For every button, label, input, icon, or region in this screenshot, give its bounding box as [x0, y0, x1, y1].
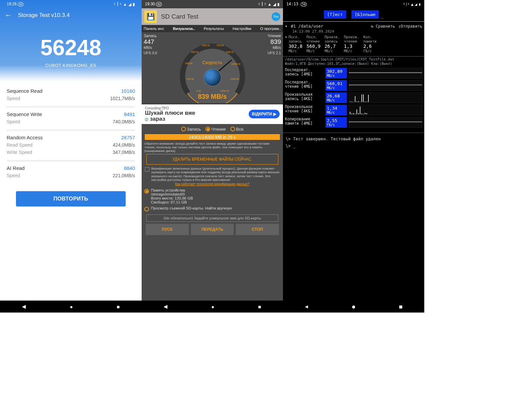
- ad-banner[interactable]: Consulting ПРО Шукай плюси вже ⓘ зараз В…: [142, 104, 283, 124]
- vibrate-icon: ⸉❘⸊: [114, 2, 122, 7]
- signal-icon: ◢: [128, 2, 131, 7]
- status-bar: 19:30 82 ⸉❘⸊ ▲ ◢ ▮: [142, 0, 283, 8]
- top-tabs: [Т]ест [Б]ольше _: [283, 8, 424, 22]
- repeat-button[interactable]: ПОВТОРИТЬ: [16, 191, 126, 206]
- transfer-button[interactable]: ПЕРЕДАТЬ: [191, 224, 234, 235]
- test-row-seq-read: Последоват.чтение [4МБ] 560,91МБ/с: [285, 80, 422, 91]
- chevron-down-icon[interactable]: ▾: [285, 24, 288, 29]
- storage-external[interactable]: Просмотр съемной SD-карты. Найти вручную: [144, 205, 280, 212]
- cache-note: Обратите внимание: всегда делайте тест з…: [144, 142, 280, 153]
- gauge-area: Запись 447 MB/s UFS 3.0 Чтение 839 MB/s …: [142, 32, 283, 103]
- tab-more[interactable]: [Б]ольше: [351, 10, 379, 19]
- tab-about[interactable]: О програм..: [260, 27, 281, 31]
- tab-settings[interactable]: Настройки: [233, 27, 251, 31]
- signal-icon: ◢: [415, 2, 417, 7]
- antutu-storage-pane: 19:26 82 ⸉❘⸊ ▲ ◢ ▮ ← Storage Test v10.3.…: [0, 0, 142, 313]
- delete-temp-button[interactable]: УДАЛИТЬ ВРЕМЕННЫЕ ФАЙЛЫ СЕЙЧАС.: [146, 154, 278, 165]
- nav-back-icon[interactable]: ◀: [305, 304, 308, 310]
- status-bar: 19:26 82 ⸉❘⸊ ▲ ◢ ▮: [3, 0, 138, 8]
- run-id: #1 /data/user: [291, 24, 324, 29]
- section-ai-read: AI Read8840 Speed221,0MB/s: [7, 162, 135, 183]
- terminal-output: \> Тест завершен. Тестовый файл удален \…: [283, 133, 424, 313]
- storage-internal[interactable]: Память устройства /storage/emulated/0 Вс…: [144, 187, 280, 205]
- nav-home-icon[interactable]: ●: [352, 304, 355, 310]
- status-bar: 14:13 50 ⸉❘⸊ ▲ ◢ ▮: [283, 0, 424, 8]
- tab-bar: Панель инс Визуализа.. Результаты Настро…: [142, 25, 283, 32]
- test-row-rand-read: Произвольноечтение [4КБ] 1,34МБ/с: [285, 105, 422, 115]
- ad-open-button[interactable]: ВІДКРИТИ▶: [249, 110, 280, 118]
- vibrate-icon: ⸉❘⸊: [258, 2, 266, 7]
- device-name: CUBOT KINGKONG_ES: [3, 63, 138, 68]
- compare-button[interactable]: ⇆ Сравнить: [371, 24, 395, 29]
- nav-bar: ◀ ● ■: [283, 301, 424, 313]
- sdcardtest-pane: 19:30 82 ⸉❘⸊ ▲ ◢ ▮ 💾 SD Card Test Pro Па…: [142, 0, 283, 313]
- test-row-seq-write: Последоват.запись [4МБ] 302,80МБ/с: [285, 68, 422, 78]
- verify-link[interactable]: Как работает технология верификации данн…: [144, 182, 280, 187]
- battery-icon: ▮: [419, 2, 421, 7]
- sparkline: [349, 68, 422, 78]
- cpdt-pane: 14:13 50 ⸉❘⸊ ▲ ◢ ▮ [Т]ест [Б]ольше _ ▾ #…: [283, 0, 424, 313]
- section-random-access: Random Access28757 Read Speed424,0MB/s W…: [7, 131, 135, 162]
- globe-icon: [203, 68, 221, 86]
- back-arrow-icon[interactable]: ←: [5, 11, 12, 20]
- chevron-down-icon[interactable]: ▾: [285, 35, 287, 39]
- test-file-meta: Файл:1,0ГБ Доступно:103,3Г…записи:(Выкл)…: [285, 62, 422, 66]
- nav-home-icon[interactable]: ●: [211, 304, 214, 310]
- nav-bar: ◀ ● ■: [142, 301, 283, 313]
- start-button[interactable]: ПУСК: [146, 224, 189, 235]
- app-bar: 💾 SD Card Test Pro: [142, 8, 283, 25]
- send-button[interactable]: ↥Отправить: [398, 24, 422, 29]
- wifi-icon: ▲: [411, 2, 413, 7]
- vibrate-icon: ⸉❘⸊: [403, 2, 410, 7]
- section-sequence-write: Sequence Write8491 Speed740,0MB/s: [7, 108, 135, 131]
- test-row-mem-copy: Копированиепамяти [4МБ] 2,55ГБ/с: [285, 117, 422, 128]
- verify-checkbox[interactable]: [145, 167, 149, 172]
- test-row-rand-write: Произвольнаязапись [4КБ] 26,68МБ/с: [285, 92, 422, 103]
- nav-bar: ◀ ● ■: [0, 301, 142, 313]
- nav-home-icon[interactable]: ●: [70, 304, 73, 310]
- radio-write[interactable]: Запись: [181, 127, 201, 132]
- run-timestamp: 14:13:00 27.09.2024: [292, 29, 422, 34]
- tab-dashboard[interactable]: Панель инс: [144, 27, 164, 31]
- card-name-input[interactable]: (Не обязательно) Задайте уникальное имя …: [146, 214, 278, 222]
- speedometer: Скорость 839 MB/s 0 M 150 M 300 M 450 M …: [176, 37, 249, 103]
- play-icon: ▶: [273, 112, 276, 116]
- battery-icon: ▮: [133, 2, 135, 7]
- stop-button[interactable]: СТОП: [236, 224, 279, 235]
- progress-bar: 24001/24000 MB in 29 s: [144, 134, 280, 140]
- test-file-path: /data/user/0/com.Saplin.CPDT/files/CPDT_…: [285, 57, 422, 62]
- mode-radio-group: Запись Чтение Все: [144, 125, 280, 133]
- nav-back-icon[interactable]: ◀: [22, 304, 26, 310]
- signal-icon: ◢: [273, 2, 276, 7]
- radio-read[interactable]: Чтение: [205, 127, 225, 132]
- tab-test[interactable]: [Т]ест: [324, 10, 346, 19]
- nav-back-icon[interactable]: ◀: [164, 304, 168, 310]
- total-score: 56248: [3, 35, 138, 60]
- page-title: Storage Test v10.3.4: [18, 12, 70, 19]
- ad-info-icon[interactable]: ⓘ: [145, 118, 148, 121]
- nav-recent-icon[interactable]: ■: [258, 304, 261, 310]
- wifi-icon: ▲: [268, 2, 272, 7]
- sdcard-app-icon: 💾: [144, 10, 157, 23]
- app-title: SD Card Test: [161, 13, 268, 20]
- pro-badge[interactable]: Pro: [272, 12, 280, 21]
- wifi-icon: ▲: [123, 2, 127, 7]
- tab-visualize[interactable]: Визуализа..: [173, 27, 195, 31]
- nav-recent-icon[interactable]: ■: [117, 304, 120, 310]
- tab-results[interactable]: Результаты: [204, 27, 224, 31]
- nav-recent-icon[interactable]: ■: [399, 304, 402, 310]
- battery-icon: ▮: [277, 2, 280, 7]
- verify-option: Верификация записанных данных (длительны…: [144, 167, 280, 182]
- radio-all[interactable]: Все: [230, 127, 243, 132]
- section-sequence-read: Sequence Read10160 Speed1021,7MB/s: [7, 84, 135, 108]
